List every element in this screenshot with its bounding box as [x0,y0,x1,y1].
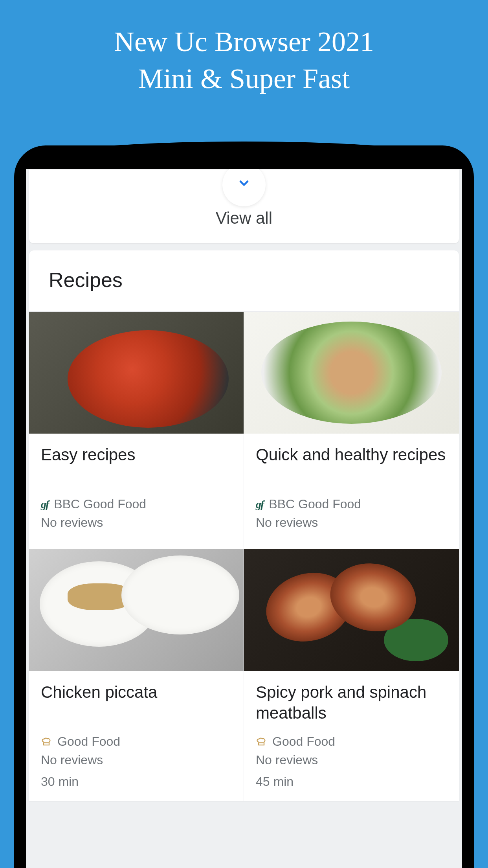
phone-frame: View all Recipes Easy recipes gf BBC Goo… [14,145,474,868]
promo-line-2: Mini & Super Fast [0,61,488,97]
recipe-reviews: No reviews [41,753,232,767]
recipe-source: gf BBC Good Food [41,497,232,511]
recipe-time: 30 min [41,774,232,789]
recipes-grid: Easy recipes gf BBC Good Food No reviews… [29,311,459,801]
recipe-source: gf BBC Good Food [256,497,447,511]
gf-icon: gf [41,498,48,511]
recipe-source: Good Food [41,734,232,749]
recipe-reviews: No reviews [256,753,447,767]
chevron-down-icon [237,176,251,190]
gf-icon: gf [256,498,263,511]
recipe-source-text: BBC Good Food [269,497,361,511]
recipes-card: Recipes Easy recipes gf BBC Good Food No… [29,250,459,801]
recipe-source: Good Food [256,734,447,749]
recipe-body: Quick and healthy recipes gf BBC Good Fo… [244,434,459,549]
recipe-item[interactable]: Easy recipes gf BBC Good Food No reviews [29,311,244,549]
recipe-image [29,549,244,671]
recipe-item[interactable]: Spicy pork and spinach meatballs Good Fo… [244,549,459,801]
recipe-title: Chicken piccata [41,682,232,723]
recipes-section-title: Recipes [29,250,459,311]
recipe-body: Spicy pork and spinach meatballs Good Fo… [244,671,459,801]
chef-hat-icon [41,736,52,747]
promo-line-1: New Uc Browser 2021 [0,24,488,61]
recipe-source-text: Good Food [57,734,120,749]
recipe-image [244,312,459,434]
recipe-title: Easy recipes [41,445,232,486]
recipe-image [244,549,459,671]
recipe-reviews: No reviews [41,515,232,530]
recipe-image [29,312,244,434]
recipe-item[interactable]: Chicken piccata Good Food No reviews 30 … [29,549,244,801]
phone-screen: View all Recipes Easy recipes gf BBC Goo… [26,169,462,868]
recipe-item[interactable]: Quick and healthy recipes gf BBC Good Fo… [244,311,459,549]
recipe-title: Quick and healthy recipes [256,445,447,486]
recipe-title: Spicy pork and spinach meatballs [256,682,447,723]
recipe-source-text: BBC Good Food [54,497,146,511]
view-all-card[interactable]: View all [29,169,459,243]
recipe-time: 45 min [256,774,447,789]
chef-hat-icon [256,736,267,747]
recipe-body: Chicken piccata Good Food No reviews 30 … [29,671,244,801]
recipe-source-text: Good Food [272,734,335,749]
recipe-body: Easy recipes gf BBC Good Food No reviews [29,434,244,549]
recipe-reviews: No reviews [256,515,447,530]
promo-title: New Uc Browser 2021 Mini & Super Fast [0,0,488,97]
